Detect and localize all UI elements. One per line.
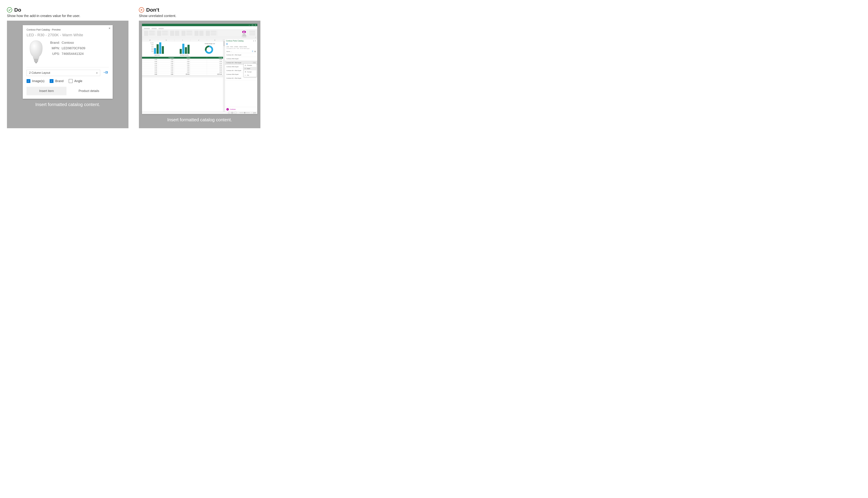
table-col-header[interactable] <box>142 57 158 58</box>
ribbon-button[interactable] <box>149 32 155 34</box>
pin-icon[interactable] <box>103 70 109 75</box>
table-cell[interactable]: 0.00 <box>174 65 191 67</box>
worksheet[interactable]: G H I J K $6,000 5,000 <box>142 39 223 112</box>
ribbon-button[interactable] <box>170 31 174 36</box>
table-cell[interactable] <box>191 67 207 69</box>
ribbon-button[interactable] <box>194 31 198 36</box>
ribbon-tab[interactable] <box>144 28 150 29</box>
preview-menu-item[interactable]: ◎Preview <box>244 64 256 67</box>
table-cell[interactable]: 0.00 <box>158 71 174 73</box>
list-view-icon[interactable]: ☰ <box>252 51 253 52</box>
table-cell[interactable]: 0.00 <box>207 65 223 67</box>
table-cell[interactable]: 0.00 <box>174 67 191 69</box>
ribbon-button[interactable] <box>210 31 217 32</box>
taskpane-list[interactable]: ◎Preview ⎘Insert ⚙Format ⤚Pin Contoso 60… <box>225 53 257 107</box>
table-cell[interactable]: 0.00 <box>142 63 158 65</box>
product-details-button[interactable]: Product details <box>69 87 109 95</box>
column-header[interactable]: K <box>207 39 223 41</box>
ribbon-tab[interactable] <box>158 28 164 29</box>
table-cell[interactable]: 0.00 <box>142 71 158 73</box>
format-menu-item[interactable]: ⚙Format <box>244 70 256 74</box>
table-cell[interactable]: 0.00 <box>174 69 191 71</box>
table-cell[interactable]: 0.00 <box>174 71 191 73</box>
ribbon-button[interactable] <box>206 31 210 36</box>
table-cell[interactable]: 0.00 <box>158 63 174 65</box>
hamburger-icon[interactable]: ☰ <box>225 42 257 45</box>
table-cell[interactable] <box>191 69 207 71</box>
images-checkbox[interactable]: ✓ Image(s) <box>27 79 44 83</box>
table-cell[interactable]: 0.00 <box>207 67 223 69</box>
zoom-in-icon[interactable]: + <box>251 112 252 114</box>
sort-label[interactable]: Name <box>226 51 230 52</box>
ribbon-button[interactable] <box>181 31 185 36</box>
column-header[interactable]: H <box>158 39 174 41</box>
table-cell[interactable]: 0.00 <box>207 61 223 63</box>
table-col-header[interactable]: TOTAL <box>207 57 223 58</box>
table-cell[interactable]: 0.00 <box>158 61 174 63</box>
column-header[interactable]: I <box>174 39 191 41</box>
vertical-scrollbar[interactable] <box>223 39 225 112</box>
close-icon[interactable]: ✕ <box>108 27 111 30</box>
table-cell[interactable]: 0.00 <box>174 58 191 61</box>
table-col-header[interactable]: Actual <box>174 57 191 58</box>
sheet-tabs-area[interactable] <box>142 75 223 77</box>
table-cell[interactable] <box>191 71 207 73</box>
ribbon-button[interactable] <box>149 31 155 32</box>
angle-checkbox[interactable]: Angle <box>69 79 82 83</box>
grid-view-icon[interactable]: ▦ <box>254 51 256 52</box>
table-cell[interactable]: 0.00 <box>207 63 223 65</box>
maximize-icon[interactable]: ▢ <box>251 24 254 26</box>
table-cell[interactable] <box>191 65 207 67</box>
taskpane-breadcrumb[interactable]: LED - R30 - 2700K - Warm White <box>225 45 257 48</box>
table-col-header[interactable] <box>191 57 207 58</box>
table-col-header[interactable]: Projected <box>158 57 174 58</box>
pin-menu-item[interactable]: ⤚Pin <box>244 74 256 77</box>
ribbon-collapse-button[interactable]: ⌃ <box>142 37 257 39</box>
list-item[interactable]: Contoso 85w Equal <box>225 57 257 61</box>
ribbon-button[interactable] <box>162 31 168 32</box>
zoom-level[interactable]: 100% <box>253 112 256 114</box>
zoom-slider[interactable] <box>239 113 250 113</box>
ribbon-button[interactable] <box>249 34 255 35</box>
close-icon[interactable]: ✕ <box>255 40 256 42</box>
parts-catalog-button[interactable]: ◐ Parts Catalog Contoso <box>241 31 247 37</box>
table-cell[interactable]: 0.00 <box>158 69 174 71</box>
close-icon[interactable]: ✕ <box>255 24 257 26</box>
vendor-name[interactable]: Contoso <box>230 108 236 110</box>
zoom-out-icon[interactable]: − <box>237 112 238 114</box>
view-page-icon[interactable] <box>231 112 233 114</box>
ribbon-button[interactable] <box>149 34 155 35</box>
brand-checkbox[interactable]: ✓ Brand <box>50 79 64 83</box>
ribbon-button[interactable] <box>162 34 168 35</box>
table-cell[interactable]: 0.00 <box>158 65 174 67</box>
view-break-icon[interactable] <box>234 112 236 114</box>
ribbon-button[interactable] <box>162 32 168 34</box>
ribbon-button[interactable] <box>175 31 179 36</box>
column-header[interactable]: G <box>142 39 158 41</box>
ribbon-button[interactable] <box>249 32 255 34</box>
ribbon-button[interactable] <box>144 31 148 36</box>
chevron-down-icon[interactable]: ▾ <box>253 40 254 42</box>
ribbon-button[interactable] <box>210 34 217 35</box>
ribbon-button[interactable] <box>157 31 161 36</box>
insert-menu-item[interactable]: ⎘Insert <box>244 67 256 70</box>
table-cell[interactable]: 0.00 <box>142 58 158 61</box>
table-cell[interactable] <box>191 61 207 63</box>
ribbon-button[interactable] <box>186 31 192 32</box>
ribbon-tab[interactable] <box>152 28 157 29</box>
table-cell[interactable]: 0.00 <box>174 63 191 65</box>
table-cell[interactable]: 0.00 <box>158 67 174 69</box>
ribbon-button[interactable] <box>249 31 255 32</box>
table-cell[interactable]: 0.00 <box>207 69 223 71</box>
layout-select[interactable]: 2 Column Layout ▾ <box>27 70 100 76</box>
table-cell[interactable]: 0.00 <box>142 67 158 69</box>
sort-arrow-icon[interactable]: ↓ <box>231 51 232 52</box>
table-cell[interactable] <box>191 58 207 61</box>
insert-item-button[interactable]: Insert item <box>27 87 66 95</box>
table-cell[interactable]: 0.00 <box>142 61 158 63</box>
list-item[interactable]: Contoso 60 - 65w Equal <box>225 53 257 57</box>
ribbon-button[interactable] <box>199 31 204 36</box>
view-normal-icon[interactable] <box>228 112 230 114</box>
ribbon-button[interactable] <box>186 34 192 35</box>
column-header[interactable]: J <box>191 39 207 41</box>
